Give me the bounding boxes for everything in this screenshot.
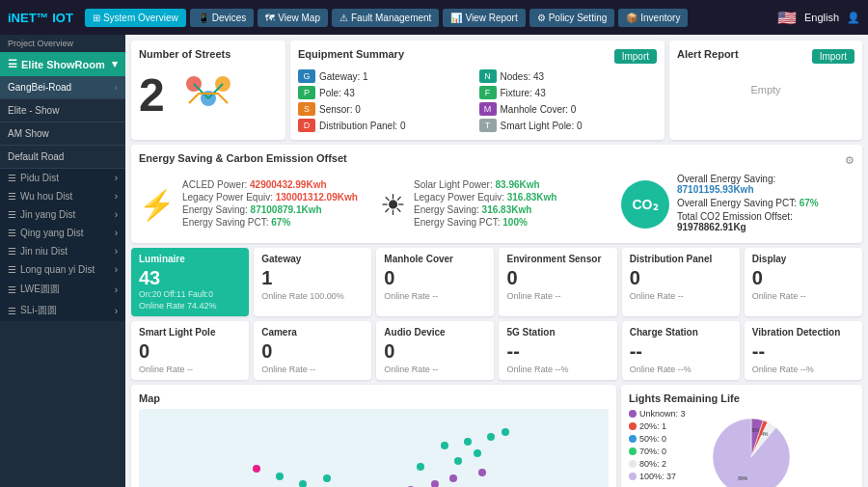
menu-icon: ☰ [8,264,16,275]
chevron-right-icon: › [115,191,118,202]
nav-view-report[interactable]: 📊 View Report [443,9,525,27]
device-charge-station: Charge Station -- Online Rate --% [622,321,740,380]
chart-area: Unknown: 320%: 150%: 070%: 080%: 2100%: … [629,409,854,487]
sidebar-section-qingyang[interactable]: ☰ Qing yang Dist › [0,224,125,242]
energy-card: Energy Saving & Carbon Emission Offset ⚙… [131,145,862,243]
chevron-icon: › [115,83,118,93]
lights-title: Lights Remaining Life [629,392,854,404]
menu-icon: ☰ [8,228,16,238]
solar-icon: ☀ [380,188,406,222]
equipment-card: Equipment Summary Import G Gateway: 1 N … [290,41,665,140]
sidebar-section-wuhou[interactable]: ☰ Wu hou Dist › [0,187,125,205]
energy-right: CO₂ Overall Energy Saving: 87101195.93Kw… [621,174,854,235]
sidebar-menu-icon: ☰ [8,58,17,70]
sidebar-section-longquan[interactable]: ☰ Long quan yi Dist › [0,260,125,279]
inventory-icon: 📦 [626,13,637,23]
device-smart-light-pole: Smart Light Pole 0 Online Rate -- [131,321,249,380]
bottom-row: Map Lights Remaining Life Unknown: 320%:… [131,385,862,487]
sidebar-item-am-show[interactable]: AM Show [0,122,125,146]
sidebar-section-sli[interactable]: ☰ SLi-圆圆 › [0,300,125,321]
report-icon: 📊 [450,13,462,23]
map-area [139,409,609,487]
energy-right-stats: Overall Energy Saving: 87101195.93Kwh Ov… [677,174,854,235]
map-pin [487,433,495,441]
nav-inventory[interactable]: 📦 Inventory [618,9,688,27]
equipment-import-button[interactable]: Import [614,49,657,64]
sidebar-item-gangbei[interactable]: GangBei-Road › [0,76,125,99]
streets-content: 2 [139,65,278,126]
menu-icon: ☰ [8,209,16,220]
lights-chart-card: Lights Remaining Life Unknown: 320%: 150… [621,385,862,487]
equip-manhole: M Manhole Cover: 0 [479,102,658,116]
map-pin [474,449,481,457]
sidebar-item-default-road[interactable]: Default Road [0,146,125,169]
settings-icon[interactable]: ⚙ [845,154,854,167]
menu-icon: ☰ [8,191,16,202]
pie-chart: 5%4%89% [693,409,809,487]
map-pin [299,480,307,487]
device-env-sensor: Environment Sensor 0 Online Rate -- [499,248,616,316]
map-pin [276,473,284,480]
policy-icon: ⚙ [537,13,546,23]
equip-sensor: S Sensor: 0 [298,102,476,116]
user-icon[interactable]: 👤 [847,12,860,24]
fixture-icon: F [479,86,497,99]
nav-fault-management[interactable]: ⚠ Fault Management [332,9,439,27]
device-camera: Camera 0 Online Rate -- [254,321,371,380]
chevron-right-icon: › [115,264,118,275]
manhole-icon: M [479,102,497,116]
sidebar-item-elite-show[interactable]: Elite - Show [0,99,125,122]
equipment-grid: G Gateway: 1 N Nodes: 43 P Pole: 43 F Fi… [298,69,657,132]
sidebar-section-pidu[interactable]: ☰ Pidu Dist › [0,169,125,187]
map-pin [441,442,448,449]
equip-smart-light: T Smart Light Pole: 0 [479,119,658,132]
nav-policy-setting[interactable]: ⚙ Policy Setting [529,9,615,27]
pole-icon: P [298,86,315,99]
streets-map-icon [175,65,242,126]
equipment-title: Equipment Summary [298,48,404,60]
chevron-right-icon: › [115,209,118,220]
svg-text:4%: 4% [761,431,769,437]
alert-import-button[interactable]: Import [812,49,854,64]
chevron-right-icon: › [115,173,118,183]
device-row-2: Smart Light Pole 0 Online Rate -- Camera… [131,321,862,380]
legend-item: Unknown: 3 [629,409,686,419]
chevron-right-icon: › [115,284,118,295]
nav-system-overview[interactable]: ⊞ System Overview [85,9,186,27]
device-gateway: Gateway 1 Online Rate 100.00% [254,248,371,316]
project-overview-label: Project Overview [0,35,125,52]
sidebar-chevron-icon: ▾ [112,58,118,70]
alert-title: Alert Report [677,48,739,60]
device-vibration: Vibration Detection -- Online Rate --% [745,321,862,380]
device-row-1: Luminaire 43 On:20 Off:11 Fault:0 Online… [131,248,862,316]
map-title: Map [139,392,609,404]
gateway-icon: G [298,69,315,83]
map-pin [464,438,472,446]
fault-icon: ⚠ [339,13,348,23]
streets-title: Number of Streets [139,48,278,60]
legend-item: 70%: 0 [629,446,686,456]
nav-devices[interactable]: 📱 Devices [190,9,255,27]
device-5g: 5G Station -- Online Rate --% [499,321,616,380]
nodes-icon: N [479,69,497,83]
sidebar-section-lwe[interactable]: ☰ LWE圆圆 › [0,279,125,300]
map-card: Map [131,385,616,487]
legend-item: 100%: 37 [629,472,686,481]
nav-view-map[interactable]: 🗺 View Map [258,9,328,27]
streets-card: Number of Streets 2 [131,41,285,140]
sidebar-section-jinyang[interactable]: ☰ Jin yang Dist › [0,205,125,224]
energy-title: Energy Saving & Carbon Emission Offset [139,152,347,164]
sidebar-header[interactable]: ☰ Elite ShowRoom ▾ [0,52,125,76]
smart-light-icon: T [479,119,497,132]
sensor-icon: S [298,102,315,116]
svg-text:89%: 89% [738,475,748,481]
map-icon: 🗺 [265,13,275,23]
menu-icon: ☰ [8,284,16,295]
device-luminaire: Luminaire 43 On:20 Off:11 Fault:0 Online… [131,248,249,316]
equip-distribution: D Distribution Panel: 0 [298,119,476,132]
sidebar-section-jinniu[interactable]: ☰ Jin niu Dist › [0,242,125,260]
device-manhole: Manhole Cover 0 Online Rate -- [376,248,494,316]
menu-icon: ☰ [8,246,16,257]
legend-item: 20%: 1 [629,421,686,431]
energy-mid: ☀ Solar Light Power: 83.96Kwh Legacy Pow… [380,179,613,230]
